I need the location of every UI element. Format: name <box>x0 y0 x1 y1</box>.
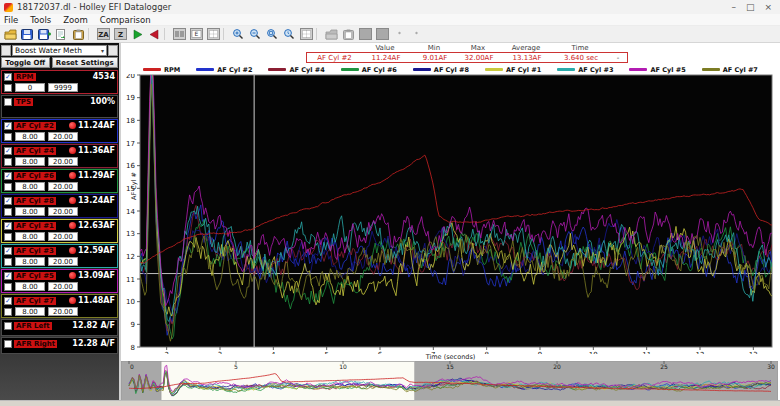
info-header-average: Average <box>500 44 552 52</box>
preset-next-button[interactable] <box>108 45 118 56</box>
channel-min-input[interactable] <box>15 132 45 141</box>
table-view-icon[interactable]: E <box>188 27 204 41</box>
channel-max-input[interactable] <box>48 182 78 191</box>
toolbar: ZAZE <box>0 26 780 43</box>
close-button[interactable]: × <box>764 2 772 12</box>
zoom-time-icon[interactable] <box>281 27 297 41</box>
channel-scale-checkbox[interactable] <box>4 258 12 266</box>
menu-comparison[interactable]: Comparison <box>100 15 151 25</box>
overview-tick-label: 0 <box>130 363 134 370</box>
preset-dropdown[interactable]: Boost Water Meth ▾ <box>12 45 107 56</box>
channel-af-cyl-6: ✓AF Cyl #611.29AF <box>1 169 118 193</box>
legend-label: AF Cyl #5 <box>650 66 685 74</box>
channel-max-input[interactable] <box>48 132 78 141</box>
legend-item-af-cyl-1[interactable]: AF Cyl #1 <box>485 66 541 74</box>
channel-scale-checkbox[interactable] <box>4 283 12 291</box>
menu-file[interactable]: File <box>4 15 18 25</box>
legend-item-rpm[interactable]: RPM <box>143 66 180 74</box>
holley-efi-datalogger-window: 18172037.dl - Holley EFI Datalogger – □ … <box>0 0 780 406</box>
channel-max-input[interactable] <box>48 83 78 92</box>
overview-strip[interactable]: 051015202530 <box>121 361 778 401</box>
channel-min-input[interactable] <box>15 232 45 241</box>
channel-value: 12.63AF <box>78 221 115 230</box>
legend-item-af-cyl-4[interactable]: AF Cyl #4 <box>268 66 324 74</box>
minimize-button[interactable]: – <box>731 2 736 12</box>
channel-visibility-checkbox[interactable]: ✓ <box>4 272 12 280</box>
save-icon[interactable] <box>19 27 35 41</box>
play-forward-icon[interactable] <box>129 27 145 41</box>
channel-min-input[interactable] <box>15 83 45 92</box>
channel-sidebar: Boost Water Meth ▾ Toggle Off Reset Sett… <box>0 43 121 400</box>
y-tick-label: 12 <box>126 253 135 261</box>
channel-visibility-checkbox[interactable] <box>4 322 12 330</box>
legend-item-af-cyl-2[interactable]: AF Cyl #2 <box>196 66 252 74</box>
preset-prev-button[interactable] <box>1 45 11 56</box>
save-as-icon[interactable] <box>36 27 52 41</box>
channel-max-input[interactable] <box>48 232 78 241</box>
y-tick-label: 20 <box>126 74 135 80</box>
legend-item-af-cyl-3[interactable]: AF Cyl #3 <box>557 66 613 74</box>
channel-visibility-checkbox[interactable]: ✓ <box>4 172 12 180</box>
channel-visibility-checkbox[interactable]: ✓ <box>4 73 12 81</box>
legend-item-af-cyl-8[interactable]: AF Cyl #8 <box>413 66 469 74</box>
channel-value: 11.36AF <box>78 146 115 155</box>
cursor-info-row: AF Cyl #2 11.24AF 9.01AF 32.00AF 13.13AF… <box>306 52 628 63</box>
zoom-all-icon[interactable]: ZA <box>95 27 111 41</box>
zoom-box-icon[interactable] <box>264 27 280 41</box>
grid-toggle-icon[interactable] <box>298 27 314 41</box>
zoom-in-icon[interactable] <box>230 27 246 41</box>
channel-min-input[interactable] <box>15 207 45 216</box>
channel-scale-checkbox[interactable] <box>4 308 12 316</box>
channel-min-input[interactable] <box>15 182 45 191</box>
toggle-off-button[interactable]: Toggle Off <box>1 57 50 68</box>
channel-visibility-checkbox[interactable] <box>4 340 12 348</box>
x-tick-label: 2 <box>164 351 168 354</box>
channel-scale-checkbox[interactable] <box>4 183 12 191</box>
channel-min-input[interactable] <box>15 307 45 316</box>
channel-max-input[interactable] <box>48 207 78 216</box>
grid-view-icon[interactable] <box>205 27 221 41</box>
menu-tools[interactable]: Tools <box>30 15 51 25</box>
channel-scale-checkbox[interactable] <box>4 158 12 166</box>
reset-settings-button[interactable]: Reset Settings <box>52 57 119 68</box>
copy-compare-icon <box>340 27 356 41</box>
overlay-view-icon[interactable] <box>171 27 187 41</box>
y-axis-title: AF Cyl # <box>130 172 138 200</box>
main-plot[interactable]: 2019181716151413121110982345678910111213… <box>121 74 780 354</box>
channel-min-input[interactable] <box>15 157 45 166</box>
channel-min-input[interactable] <box>15 282 45 291</box>
channel-max-input[interactable] <box>48 282 78 291</box>
x-tick-label: 10 <box>589 351 598 354</box>
channel-scale-checkbox[interactable] <box>4 233 12 241</box>
export-file-icon[interactable] <box>53 27 69 41</box>
channel-scale-checkbox[interactable] <box>4 133 12 141</box>
channel-visibility-checkbox[interactable] <box>4 98 12 106</box>
play-reverse-icon[interactable] <box>146 27 162 41</box>
channel-max-input[interactable] <box>48 157 78 166</box>
maximize-button[interactable]: □ <box>746 2 755 12</box>
open-compare-icon <box>323 27 339 41</box>
channel-visibility-checkbox[interactable]: ✓ <box>4 122 12 130</box>
legend-item-af-cyl-7[interactable]: AF Cyl #7 <box>702 66 758 74</box>
clipboard-icon[interactable] <box>70 27 86 41</box>
channel-visibility-checkbox[interactable]: ✓ <box>4 297 12 305</box>
channel-scale-checkbox[interactable] <box>4 84 12 92</box>
channel-max-input[interactable] <box>48 307 78 316</box>
chart-panel: Value Min Max Average Time AF Cyl #2 11.… <box>121 43 780 400</box>
title-bar: 18172037.dl - Holley EFI Datalogger – □ … <box>0 0 780 14</box>
plot-canvas[interactable]: 2019181716151413121110982345678910111213 <box>121 74 778 354</box>
channel-visibility-checkbox[interactable]: ✓ <box>4 147 12 155</box>
legend-item-af-cyl-5[interactable]: AF Cyl #5 <box>629 66 685 74</box>
zoom-out-icon[interactable] <box>247 27 263 41</box>
zoom-icon[interactable]: Z <box>112 27 128 41</box>
channel-visibility-checkbox[interactable]: ✓ <box>4 197 12 205</box>
channel-visibility-checkbox[interactable]: ✓ <box>4 222 12 230</box>
channel-scale-checkbox[interactable] <box>4 208 12 216</box>
legend-item-af-cyl-6[interactable]: AF Cyl #6 <box>341 66 397 74</box>
channel-max-input[interactable] <box>48 257 78 266</box>
channel-min-input[interactable] <box>15 257 45 266</box>
x-tick-label: 4 <box>271 351 276 354</box>
menu-zoom[interactable]: Zoom <box>63 15 88 25</box>
channel-visibility-checkbox[interactable]: ✓ <box>4 247 12 255</box>
open-file-icon[interactable] <box>2 27 18 41</box>
